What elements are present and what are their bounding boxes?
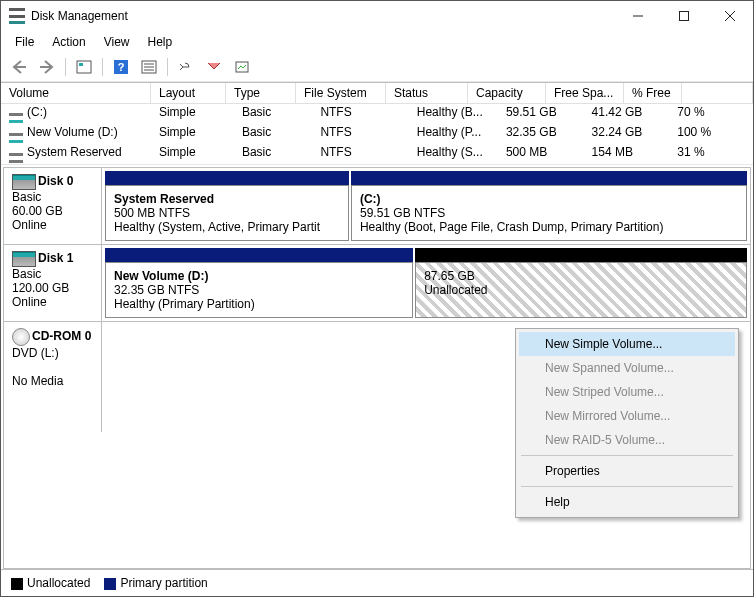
disk-size: 120.00 GB — [12, 281, 93, 295]
disk-row-disk0[interactable]: Disk 0 Basic 60.00 GB Online System Rese… — [4, 168, 750, 245]
col-filesystem[interactable]: File System — [296, 83, 386, 104]
col-percent-free[interactable]: % Free — [624, 83, 682, 104]
ctx-properties[interactable]: Properties — [519, 459, 735, 483]
rescan-button[interactable] — [202, 55, 226, 79]
back-button[interactable] — [7, 55, 31, 79]
ctx-separator — [521, 455, 733, 456]
ctx-separator — [521, 486, 733, 487]
disk-type: Basic — [12, 190, 93, 204]
volume-icon — [9, 113, 23, 123]
svg-rect-5 — [79, 63, 83, 66]
menu-file[interactable]: File — [7, 33, 42, 51]
app-icon — [9, 8, 25, 24]
toolbar-separator — [65, 58, 66, 76]
window-controls — [615, 1, 753, 31]
toolbar: ? — [1, 53, 753, 82]
partition-status: Healthy (System, Active, Primary Partit — [114, 220, 340, 234]
menu-view[interactable]: View — [96, 33, 138, 51]
menu-help[interactable]: Help — [140, 33, 181, 51]
partition-title: System Reserved — [114, 192, 340, 206]
volume-list: Volume Layout Type File System Status Ca… — [1, 82, 753, 165]
volume-icon — [9, 153, 23, 163]
cd-icon — [12, 328, 30, 346]
volume-icon — [9, 133, 23, 143]
maximize-button[interactable] — [661, 1, 707, 31]
col-spacer — [682, 83, 753, 104]
volume-list-header: Volume Layout Type File System Status Ca… — [1, 83, 753, 104]
svg-rect-1 — [680, 12, 689, 21]
disk-type: Basic — [12, 267, 93, 281]
col-capacity[interactable]: Capacity — [468, 83, 546, 104]
partition-size: 59.51 GB NTFS — [360, 206, 738, 220]
disk-state: No Media — [12, 374, 93, 388]
disk-name: Disk 1 — [38, 251, 73, 265]
close-button[interactable] — [707, 1, 753, 31]
partition-status: Unallocated — [424, 283, 738, 297]
forward-button[interactable] — [35, 55, 59, 79]
partition-bar-unallocated — [415, 248, 747, 262]
disk-drive-letter: DVD (L:) — [12, 346, 93, 360]
partition-size: 87.65 GB — [424, 269, 738, 283]
swatch-primary — [104, 578, 116, 590]
partition-c[interactable]: (C:) 59.51 GB NTFS Healthy (Boot, Page F… — [351, 185, 747, 241]
disk-state: Online — [12, 295, 93, 309]
unallocated-space[interactable]: 87.65 GB Unallocated — [415, 262, 747, 318]
partition-status: Healthy (Boot, Page File, Crash Dump, Pr… — [360, 220, 738, 234]
volume-row[interactable]: (C:)SimpleBasicNTFSHealthy (B...59.51 GB… — [1, 104, 753, 124]
disk-label: CD-ROM 0 DVD (L:) No Media — [4, 322, 102, 432]
hdd-icon — [12, 174, 36, 190]
ctx-new-striped-volume[interactable]: New Striped Volume... — [519, 380, 735, 404]
show-hide-console-button[interactable] — [72, 55, 96, 79]
ctx-new-mirrored-volume[interactable]: New Mirrored Volume... — [519, 404, 735, 428]
svg-rect-4 — [77, 61, 91, 73]
disk-size: 60.00 GB — [12, 204, 93, 218]
disk-name: CD-ROM 0 — [32, 329, 91, 343]
partition-bar-segment — [105, 171, 349, 185]
toolbar-separator — [167, 58, 168, 76]
volume-rows: (C:)SimpleBasicNTFSHealthy (B...59.51 GB… — [1, 104, 753, 164]
disk-state: Online — [12, 218, 93, 232]
settings-button[interactable] — [230, 55, 254, 79]
disk-label: Disk 0 Basic 60.00 GB Online — [4, 168, 102, 244]
hdd-icon — [12, 251, 36, 267]
disk-label: Disk 1 Basic 120.00 GB Online — [4, 245, 102, 321]
legend-unallocated: Unallocated — [11, 576, 90, 590]
col-volume[interactable]: Volume — [1, 83, 151, 104]
partition-status: Healthy (Primary Partition) — [114, 297, 404, 311]
partition-size: 32.35 GB NTFS — [114, 283, 404, 297]
ctx-help[interactable]: Help — [519, 490, 735, 514]
minimize-button[interactable] — [615, 1, 661, 31]
disk-management-window: Disk Management File Action View Help ? … — [0, 0, 754, 597]
toolbar-separator — [102, 58, 103, 76]
partition-bar-segment — [351, 171, 747, 185]
volume-row[interactable]: System ReservedSimpleBasicNTFSHealthy (S… — [1, 144, 753, 164]
col-status[interactable]: Status — [386, 83, 468, 104]
menubar: File Action View Help — [1, 31, 753, 53]
legend: Unallocated Primary partition — [1, 569, 753, 596]
context-menu: New Simple Volume... New Spanned Volume.… — [515, 328, 739, 518]
titlebar: Disk Management — [1, 1, 753, 31]
disk-row-disk1[interactable]: Disk 1 Basic 120.00 GB Online New Volume… — [4, 245, 750, 322]
action-list-button[interactable] — [137, 55, 161, 79]
svg-text:?: ? — [118, 61, 125, 73]
partition-system-reserved[interactable]: System Reserved 500 MB NTFS Healthy (Sys… — [105, 185, 349, 241]
partition-new-volume-d[interactable]: New Volume (D:) 32.35 GB NTFS Healthy (P… — [105, 262, 413, 318]
legend-primary: Primary partition — [104, 576, 207, 590]
help-button[interactable]: ? — [109, 55, 133, 79]
volume-row[interactable]: New Volume (D:)SimpleBasicNTFSHealthy (P… — [1, 124, 753, 144]
window-title: Disk Management — [31, 9, 615, 23]
partition-bar-segment — [105, 248, 413, 262]
partition-title: New Volume (D:) — [114, 269, 404, 283]
disk-name: Disk 0 — [38, 174, 73, 188]
swatch-unallocated — [11, 578, 23, 590]
col-layout[interactable]: Layout — [151, 83, 226, 104]
col-type[interactable]: Type — [226, 83, 296, 104]
refresh-button[interactable] — [174, 55, 198, 79]
ctx-new-spanned-volume[interactable]: New Spanned Volume... — [519, 356, 735, 380]
partition-size: 500 MB NTFS — [114, 206, 340, 220]
col-free-space[interactable]: Free Spa... — [546, 83, 624, 104]
menu-action[interactable]: Action — [44, 33, 93, 51]
partition-title: (C:) — [360, 192, 738, 206]
ctx-new-raid5-volume[interactable]: New RAID-5 Volume... — [519, 428, 735, 452]
ctx-new-simple-volume[interactable]: New Simple Volume... — [519, 332, 735, 356]
